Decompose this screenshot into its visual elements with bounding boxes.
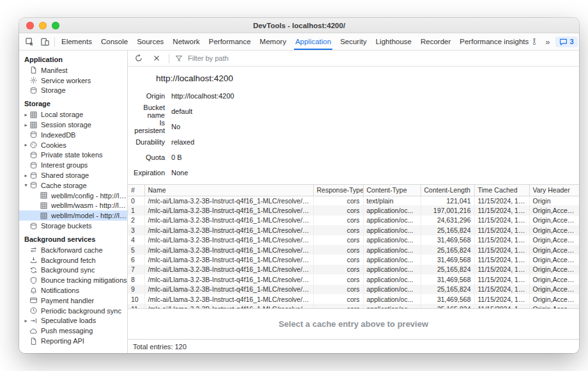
meta-row-origin: Originhttp://localhost:4200	[128, 88, 579, 104]
chevron-right-icon[interactable]: ▸	[22, 318, 29, 324]
chevron-right-icon[interactable]: ▸	[22, 122, 29, 128]
cell-response-type: cors	[313, 285, 363, 294]
column-header-time-cached[interactable]: Time Cached	[474, 185, 529, 196]
tab-elements[interactable]: Elements	[57, 33, 97, 50]
cell-time-cached: 11/15/2024, 10...	[474, 196, 529, 205]
close-window-button[interactable]	[26, 22, 34, 29]
table-row[interactable]: 7/mlc-ai/Llama-3.2-3B-Instruct-q4f16_1-M…	[128, 265, 579, 274]
toggle-device-toolbar-button[interactable]	[37, 33, 52, 50]
chevron-right-icon[interactable]: ▸	[22, 112, 29, 118]
sidebar-item-background-sync[interactable]: Background sync	[19, 265, 127, 276]
bucket-metadata: Originhttp://localhost:4200Bucket namede…	[128, 84, 579, 184]
column-header-name[interactable]: Name	[144, 185, 313, 196]
table-row[interactable]: 1/mlc-ai/Llama-3.2-3B-Instruct-q4f16_1-M…	[128, 205, 579, 215]
sidebar-item-label: Speculative loads	[41, 317, 96, 324]
column-header-index[interactable]: #	[128, 185, 144, 196]
sidebar-item-webllm-model-http-loc[interactable]: webllm/model - http://loc...	[19, 210, 127, 221]
tab-application[interactable]: Application	[291, 33, 336, 50]
zoom-window-button[interactable]	[52, 22, 59, 29]
push-messaging-icon	[29, 327, 38, 335]
cell-vary-header: Origin,Access...	[529, 274, 579, 284]
column-header-content-type[interactable]: Content-Type	[363, 185, 421, 196]
toolbar-right-cluster: » 3 ⋮	[543, 33, 579, 50]
tab-memory[interactable]: Memory	[255, 33, 291, 50]
tab-recorder[interactable]: Recorder	[416, 33, 455, 50]
delete-selected-button[interactable]	[149, 54, 164, 63]
payment-handler-icon	[29, 296, 38, 304]
column-header-content-length[interactable]: Content-Length	[421, 185, 474, 196]
table-row[interactable]: 10/mlc-ai/Llama-3.2-3B-Instruct-q4f16_1-…	[128, 294, 579, 304]
sidebar-item-back-forward-cache[interactable]: Back/forward cache	[19, 245, 127, 255]
toolbar-divider	[54, 37, 55, 47]
table-row[interactable]: 5/mlc-ai/Llama-3.2-3B-Instruct-q4f16_1-M…	[128, 245, 579, 255]
cell-content-length: 24,631,296	[421, 216, 474, 225]
table-row[interactable]: 2/mlc-ai/Llama-3.2-3B-Instruct-q4f16_1-M…	[128, 216, 579, 225]
chevron-down-icon[interactable]: ▾	[22, 182, 29, 188]
sidebar-item-private-state-tokens[interactable]: Private state tokens	[19, 150, 127, 161]
cell-index: 0	[128, 196, 144, 205]
meta-row-bucket-name: Bucket namedefault	[128, 104, 579, 119]
meta-value: 0 B	[171, 154, 182, 161]
tab-performance[interactable]: Performance	[205, 33, 256, 50]
cell-name: /mlc-ai/Llama-3.2-3B-Instruct-q4f16_1-ML…	[144, 285, 313, 294]
tab-lighthouse[interactable]: Lighthouse	[371, 33, 416, 50]
cell-index: 3	[128, 225, 144, 235]
sidebar-item-session-storage[interactable]: ▸Session storage	[19, 120, 127, 130]
sidebar-item-storage-buckets[interactable]: Storage buckets	[19, 221, 127, 231]
table-row[interactable]: 11/mlc-ai/Llama-3.2-3B-Instruct-q4f16_1-…	[128, 304, 579, 308]
cell-content-type: application/oc...	[363, 265, 421, 274]
sidebar-item-webllm-config-http-loc[interactable]: webllm/config - http://loc...	[19, 191, 127, 201]
table-row[interactable]: 4/mlc-ai/Llama-3.2-3B-Instruct-q4f16_1-M…	[128, 235, 579, 245]
sidebar-item-notifications[interactable]: Notifications	[19, 285, 127, 296]
sidebar-item-service-workers[interactable]: Service workers	[19, 75, 127, 86]
table-row[interactable]: 0/mlc-ai/Llama-3.2-3B-Instruct-q4f16_1-M…	[128, 196, 579, 205]
sidebar-item-reporting-api[interactable]: Reporting API	[19, 336, 127, 346]
notifications-icon	[29, 287, 38, 295]
cell-index: 2	[128, 216, 144, 225]
chevron-right-icon[interactable]: ▸	[22, 173, 29, 178]
inspect-element-button[interactable]	[22, 33, 37, 50]
tab-performance-insights[interactable]: Performance insights	[455, 33, 543, 50]
column-header-response-type[interactable]: Response-Type	[313, 185, 363, 196]
sidebar-item-periodic-background-sync[interactable]: Periodic background sync	[19, 306, 127, 316]
meta-value: default	[171, 107, 192, 115]
tab-console[interactable]: Console	[97, 33, 132, 50]
sidebar-item-webllm-wasm-http-loca[interactable]: webllm/wasm - http://loca...	[19, 201, 127, 211]
table-row[interactable]: 8/mlc-ai/Llama-3.2-3B-Instruct-q4f16_1-M…	[128, 274, 579, 284]
sidebar-item-background-fetch[interactable]: Background fetch	[19, 255, 127, 265]
cell-response-type: cors	[313, 216, 363, 225]
tab-network[interactable]: Network	[168, 33, 204, 50]
sidebar-item-bounce-tracking-mitigations[interactable]: Bounce tracking mitigations	[19, 275, 127, 285]
reporting-api-icon	[29, 337, 38, 345]
table-row[interactable]: 6/mlc-ai/Llama-3.2-3B-Instruct-q4f16_1-M…	[128, 255, 579, 264]
table-row[interactable]: 9/mlc-ai/Llama-3.2-3B-Instruct-q4f16_1-M…	[128, 285, 579, 294]
sidebar-item-cookies[interactable]: ▸Cookies	[19, 140, 127, 150]
sidebar-item-local-storage[interactable]: ▸Local storage	[19, 109, 127, 120]
sidebar-item-storage[interactable]: Storage	[19, 86, 127, 96]
messages-button[interactable]: 3	[555, 36, 578, 47]
filter-input[interactable]	[187, 54, 270, 63]
cell-content-length: 31,469,568	[421, 255, 474, 264]
cell-vary-header: Origin	[529, 196, 579, 205]
cell-content-type: application/oc...	[363, 285, 421, 294]
sidebar-item-cache-storage[interactable]: ▾Cache storage	[19, 180, 127, 191]
tab-sources[interactable]: Sources	[132, 33, 168, 50]
refresh-button[interactable]	[131, 54, 146, 63]
sidebar-item-manifest[interactable]: Manifest	[19, 65, 127, 75]
meta-label: Origin	[128, 92, 165, 100]
sidebar-item-payment-handler[interactable]: Payment handler	[19, 296, 127, 306]
chevron-right-icon[interactable]: ▸	[22, 142, 29, 148]
column-header-vary-header[interactable]: Vary Header	[529, 185, 579, 196]
sidebar-item-label: Service workers	[41, 77, 91, 84]
sidebar-item-push-messaging[interactable]: Push messaging	[19, 326, 127, 336]
tab-label: Network	[173, 38, 199, 45]
sidebar-item-shared-storage[interactable]: ▸Shared storage	[19, 170, 127, 180]
sidebar-item-speculative-loads[interactable]: ▸Speculative loads	[19, 316, 127, 326]
tab-security[interactable]: Security	[336, 33, 371, 50]
table-row[interactable]: 3/mlc-ai/Llama-3.2-3B-Instruct-q4f16_1-M…	[128, 225, 579, 235]
sidebar-item-label: Manifest	[41, 67, 68, 74]
sidebar-item-interest-groups[interactable]: Interest groups	[19, 160, 127, 170]
minimize-window-button[interactable]	[39, 22, 47, 29]
sidebar-item-indexeddb[interactable]: IndexedDB	[19, 130, 127, 140]
more-tabs-icon[interactable]: »	[543, 37, 552, 47]
